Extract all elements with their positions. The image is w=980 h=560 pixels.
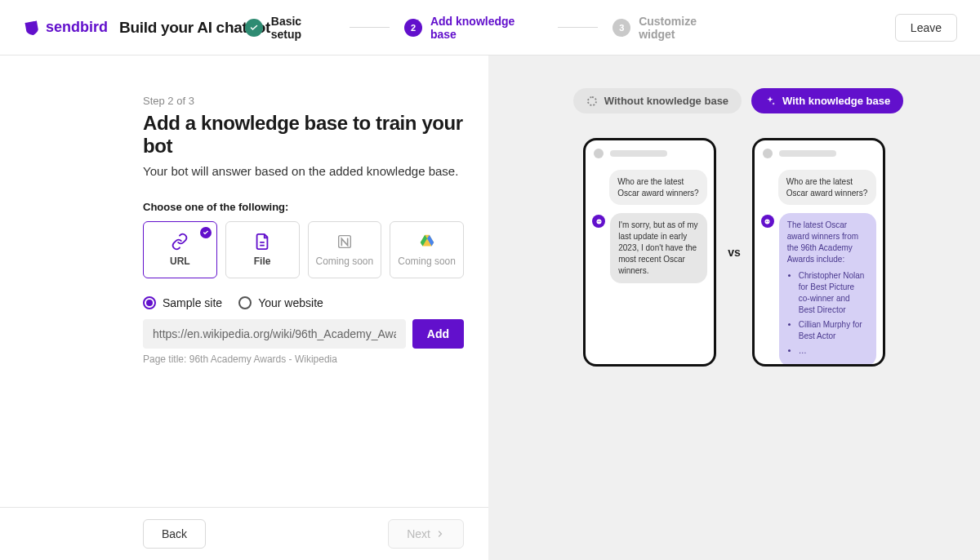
step-customize-widget[interactable]: 3 Customize widget bbox=[612, 15, 735, 41]
header: sendbird Build your AI chatbot Basic set… bbox=[0, 0, 980, 56]
step-label: Basic setup bbox=[271, 15, 335, 41]
radio-icon bbox=[143, 296, 156, 309]
next-button: Next bbox=[388, 519, 464, 549]
chevron-right-icon bbox=[435, 529, 445, 539]
step-add-knowledge[interactable]: 2 Add knowledge base bbox=[404, 15, 543, 41]
card-label: Coming soon bbox=[316, 256, 374, 267]
page-subtitle: Your bot will answer based on the added … bbox=[143, 164, 464, 178]
avatar-placeholder bbox=[594, 149, 604, 158]
step-connector bbox=[350, 27, 390, 28]
list-item: … bbox=[799, 345, 868, 357]
bot-bullets: Christopher Nolan for Best Picture co-wi… bbox=[787, 270, 868, 357]
svg-point-4 bbox=[765, 219, 770, 224]
brand-name: sendbird bbox=[46, 19, 108, 36]
step-label: Customize widget bbox=[639, 15, 735, 41]
pill-row: Without knowledge base With knowledge ba… bbox=[511, 88, 957, 113]
step-number: 2 bbox=[404, 19, 422, 37]
pill-with-kb: With knowledge base bbox=[751, 88, 903, 113]
bot-avatar-icon bbox=[592, 215, 605, 228]
phone-without-kb: Who are the latest Oscar award winners? … bbox=[583, 138, 716, 367]
chat-bot-message: The latest Oscar award winners from the … bbox=[779, 213, 876, 367]
file-icon bbox=[253, 233, 271, 251]
url-row: Add bbox=[143, 319, 464, 349]
step-connector bbox=[558, 27, 599, 28]
list-item: Cillian Murphy for Best Actor bbox=[799, 319, 868, 342]
svg-point-6 bbox=[768, 220, 768, 221]
title-placeholder bbox=[779, 150, 836, 157]
step-basic-setup[interactable]: Basic setup bbox=[245, 15, 335, 41]
chat-user-message: Who are the latest Oscar award winners? bbox=[609, 170, 707, 205]
radio-row: Sample site Your website bbox=[143, 296, 464, 309]
radio-your-website[interactable]: Your website bbox=[238, 296, 323, 309]
title-placeholder bbox=[610, 150, 667, 157]
footer: Back Next bbox=[0, 507, 488, 560]
step-label: Add knowledge base bbox=[430, 15, 543, 41]
svg-point-3 bbox=[599, 220, 600, 221]
sparkle-icon bbox=[764, 96, 776, 107]
card-label: File bbox=[254, 256, 271, 267]
back-button[interactable]: Back bbox=[143, 519, 206, 549]
card-label: Coming soon bbox=[398, 256, 456, 267]
spinner-icon bbox=[586, 96, 598, 107]
phone-header bbox=[592, 149, 707, 158]
avatar-placeholder bbox=[763, 149, 773, 158]
main: Step 2 of 3 Add a knowledge base to trai… bbox=[0, 56, 980, 560]
sendbird-icon bbox=[23, 19, 41, 37]
google-drive-icon bbox=[418, 233, 436, 251]
step-number: 3 bbox=[612, 19, 630, 37]
radio-label: Your website bbox=[258, 296, 323, 309]
list-item: Christopher Nolan for Best Picture co-wi… bbox=[799, 270, 868, 316]
phone-header bbox=[761, 149, 876, 158]
leave-button[interactable]: Leave bbox=[895, 14, 957, 42]
card-coming-soon-1: Coming soon bbox=[308, 221, 382, 278]
add-button[interactable]: Add bbox=[412, 319, 464, 349]
link-icon bbox=[171, 233, 189, 251]
page-title-text: Page title: 96th Academy Awards - Wikipe… bbox=[143, 353, 464, 365]
chat-bot-row: I'm sorry, but as of my last update in e… bbox=[592, 213, 707, 283]
notion-icon bbox=[336, 233, 354, 251]
page-heading: Add a knowledge base to train your bot bbox=[143, 112, 464, 158]
url-input[interactable] bbox=[143, 319, 406, 349]
right-preview-panel: Without knowledge base With knowledge ba… bbox=[488, 56, 980, 560]
pill-without-kb: Without knowledge base bbox=[573, 88, 742, 113]
card-file[interactable]: File bbox=[225, 221, 300, 278]
stepper: Basic setup 2 Add knowledge base 3 Custo… bbox=[245, 15, 735, 41]
card-url[interactable]: URL bbox=[143, 221, 217, 278]
preview-phones: Who are the latest Oscar award winners? … bbox=[511, 138, 957, 367]
brand-logo: sendbird bbox=[23, 19, 108, 37]
check-icon bbox=[245, 19, 263, 37]
source-card-row: URL File Coming soon Coming soon bbox=[143, 221, 464, 278]
svg-point-1 bbox=[596, 219, 601, 224]
chat-user-message: Who are the latest Oscar award winners? bbox=[778, 170, 876, 205]
phone-with-kb: Who are the latest Oscar award winners? … bbox=[752, 138, 885, 367]
step-eyebrow: Step 2 of 3 bbox=[143, 95, 464, 107]
card-label: URL bbox=[170, 256, 190, 267]
chat-bot-message: I'm sorry, but as of my last update in e… bbox=[610, 213, 707, 283]
bot-avatar-icon bbox=[761, 215, 774, 228]
choose-label: Choose one of the following: bbox=[143, 201, 464, 213]
left-panel: Step 2 of 3 Add a knowledge base to trai… bbox=[0, 56, 488, 560]
svg-point-5 bbox=[766, 220, 767, 221]
chat-bot-row: The latest Oscar award winners from the … bbox=[761, 213, 876, 367]
card-coming-soon-2: Coming soon bbox=[390, 221, 464, 278]
radio-icon bbox=[238, 296, 252, 309]
radio-sample-site[interactable]: Sample site bbox=[143, 296, 222, 309]
svg-point-2 bbox=[598, 220, 599, 221]
vs-label: vs bbox=[728, 246, 741, 259]
radio-label: Sample site bbox=[163, 296, 222, 309]
bot-intro: The latest Oscar award winners from the … bbox=[787, 220, 868, 265]
check-badge-icon bbox=[200, 227, 212, 238]
